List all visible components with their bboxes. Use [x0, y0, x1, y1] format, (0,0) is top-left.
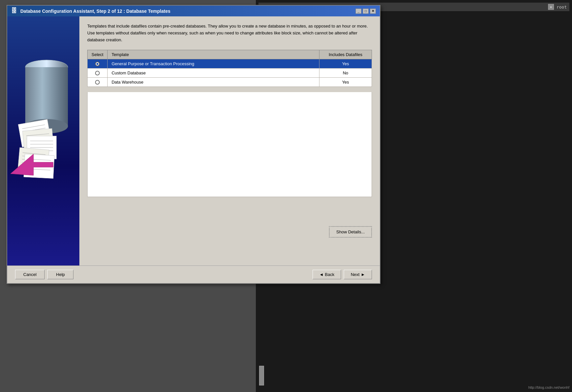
next-label: Next — [351, 272, 359, 277]
template-name-3[interactable]: Data Warehouse — [108, 78, 319, 87]
table-row[interactable]: Data Warehouse Yes — [88, 78, 372, 87]
radio-cell-1[interactable] — [88, 59, 108, 69]
col-header-template: Template — [108, 50, 319, 59]
back-button[interactable]: ◄ Back — [313, 270, 341, 279]
left-button-group: Cancel Help — [15, 270, 73, 279]
back-label: Back — [325, 272, 334, 277]
dialog-window: 🗄 Database Configuration Assistant, Step… — [7, 5, 380, 284]
back-arrow-icon: ◄ — [319, 272, 324, 277]
scroll-indicator[interactable] — [259, 366, 264, 385]
radio-button-1[interactable] — [95, 62, 100, 66]
minimize-button[interactable]: _ — [356, 9, 361, 14]
next-button[interactable]: Next ► — [344, 270, 372, 279]
table-row[interactable]: General Purpose or Transaction Processin… — [88, 59, 372, 69]
dialog-title: Database Configuration Assistant, Step 2… — [20, 9, 170, 14]
radio-cell-3[interactable] — [88, 78, 108, 87]
right-content: Templates that include datafiles contain… — [79, 16, 380, 265]
template-name-2[interactable]: Custom Database — [108, 69, 319, 78]
datafiles-2: No — [319, 69, 372, 78]
col-header-select: Select — [88, 50, 108, 59]
dialog-titlebar: 🗄 Database Configuration Assistant, Step… — [7, 6, 380, 16]
help-button[interactable]: Help — [47, 270, 73, 279]
close-button[interactable]: ✕ — [370, 9, 376, 14]
radio-button-2[interactable] — [95, 71, 100, 75]
next-arrow-icon: ► — [361, 272, 365, 277]
datafiles-3: Yes — [319, 78, 372, 87]
datafiles-1: Yes — [319, 59, 372, 69]
table-row[interactable]: Custom Database No — [88, 69, 372, 78]
db-illustration — [7, 16, 79, 265]
svg-rect-4 — [25, 67, 68, 126]
col-header-datafiles: Includes Datafiles — [319, 50, 372, 59]
titlebar-controls: _ □ ✕ — [356, 9, 376, 14]
cancel-button[interactable]: Cancel — [15, 270, 45, 279]
radio-button-3[interactable] — [95, 80, 100, 85]
right-button-group: ◄ Back Next ► — [313, 270, 372, 279]
template-table: Select Template Includes Datafiles Gener… — [87, 50, 372, 87]
radio-cell-2[interactable] — [88, 69, 108, 78]
show-details-button[interactable]: Show Details... — [329, 226, 372, 238]
dialog-icon: 🗄 — [11, 8, 17, 14]
empty-content-area — [87, 92, 372, 197]
template-name-1[interactable]: General Purpose or Transaction Processin… — [108, 59, 319, 69]
watermark: http://blog.csdn.net/wonhf — [528, 385, 569, 389]
terminal-close-button[interactable]: ✕ — [548, 4, 554, 10]
root-label: root — [557, 5, 567, 10]
dialog-body: Templates that include datafiles contain… — [7, 16, 380, 265]
maximize-button[interactable]: □ — [363, 9, 369, 14]
left-panel — [7, 16, 79, 265]
description-text: Templates that include datafiles contain… — [87, 23, 372, 43]
dialog-bottom-bar: Cancel Help ◄ Back Next ► — [7, 265, 380, 283]
